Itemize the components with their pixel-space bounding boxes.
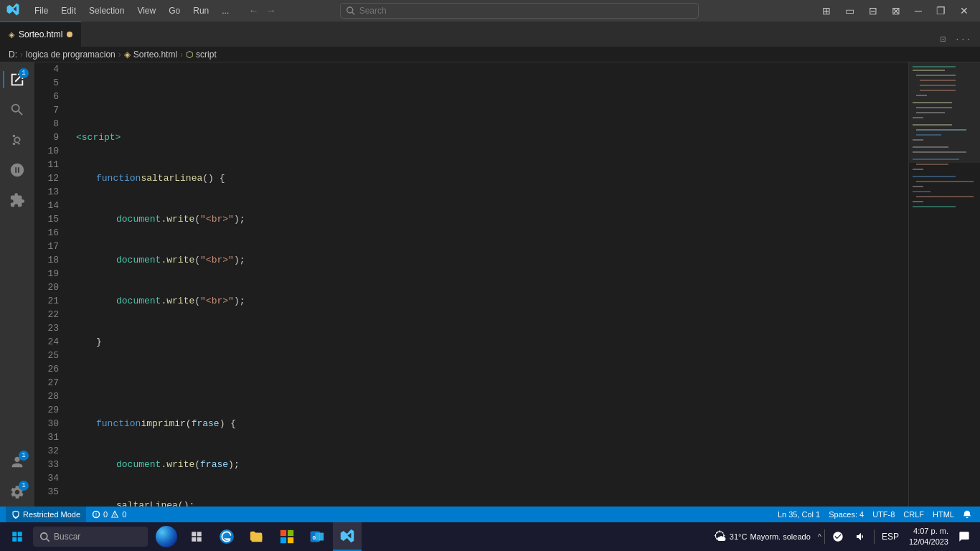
main-area: 1 1 1 4 5 6 7 8 [0, 62, 980, 507]
more-actions-button[interactable]: ··· [952, 33, 974, 47]
cursor-position[interactable]: Ln 35, Col 1 [775, 507, 823, 522]
code-editor[interactable]: 4 5 6 7 8 9 10 11 12 13 14 15 16 17 18 1… [34, 62, 980, 507]
breadcrumb-drive[interactable]: D: [9, 50, 17, 60]
menu-view[interactable]: View [131, 4, 161, 17]
svg-rect-12 [913, 117, 923, 118]
taskbar-search[interactable]: Buscar [33, 527, 148, 547]
svg-rect-33 [281, 537, 286, 543]
encoding-text: UTF-8 [872, 510, 895, 519]
activity-badge: 1 [19, 68, 29, 78]
breadcrumb-file[interactable]: Sorteo.html [133, 50, 177, 60]
menu-selection[interactable]: Selection [83, 4, 130, 17]
line-num-25: 25 [34, 349, 65, 362]
breadcrumb-folder[interactable]: logica de programacion [26, 50, 116, 60]
taskbar-speaker[interactable] [851, 522, 871, 551]
line-ending-text: CRLF [903, 510, 924, 519]
taskbar-vscode-app[interactable] [333, 522, 362, 551]
svg-rect-30 [252, 535, 263, 542]
menu-file[interactable]: File [29, 4, 54, 17]
svg-rect-5 [920, 80, 956, 81]
indentation-setting[interactable]: Spaces: 4 [826, 507, 867, 522]
activity-settings[interactable]: 1 [3, 478, 32, 507]
nav-back-button[interactable]: ← [246, 4, 260, 18]
line-ending-setting[interactable]: CRLF [900, 507, 927, 522]
panel-toggle-button[interactable]: ▭ [839, 4, 860, 18]
svg-rect-15 [916, 134, 941, 136]
taskbar-weather[interactable]: 🌤 31°C Mayorm. soleado [710, 529, 815, 545]
svg-rect-22 [913, 176, 956, 177]
activity-source-control[interactable] [3, 126, 32, 154]
taskbar-globe-app[interactable] [152, 522, 181, 551]
nav-forward-button[interactable]: → [264, 4, 278, 18]
settings-update-badge: 1 [19, 481, 29, 491]
svg-rect-36 [315, 533, 324, 541]
line-num-17: 17 [34, 240, 65, 253]
layout-options-button[interactable]: ⊠ [886, 4, 906, 18]
line-num-18: 18 [34, 253, 65, 267]
tray-expand-button[interactable]: ^ [818, 532, 821, 541]
taskbar-search-icon [40, 532, 50, 542]
layout-toggle-button[interactable]: ⊞ [816, 4, 837, 18]
taskbar-clock[interactable]: 4:07 p. m. 12/04/2023 [906, 526, 951, 548]
clock-date: 12/04/2023 [909, 537, 948, 547]
close-button[interactable]: ✕ [954, 4, 974, 18]
menu-edit[interactable]: Edit [55, 4, 82, 17]
split-editor-button[interactable]: ⊡ [938, 32, 949, 47]
svg-rect-32 [288, 530, 293, 536]
line-num-4: 4 [34, 62, 65, 76]
breadcrumb-script[interactable]: script [196, 50, 217, 60]
svg-point-0 [13, 135, 16, 138]
search-bar[interactable] [340, 3, 699, 19]
bell-icon [963, 510, 971, 519]
breadcrumb-file-icon: ◈ [124, 50, 131, 60]
svg-point-1 [13, 143, 16, 146]
error-count: 0 [103, 510, 108, 519]
taskbar-network[interactable] [828, 522, 848, 551]
sidebar-toggle-button[interactable]: ⊟ [863, 4, 883, 18]
line-num-33: 33 [34, 458, 65, 471]
restricted-mode-button[interactable]: Restricted Mode [6, 507, 86, 522]
search-icon [347, 6, 355, 15]
line-num-27: 27 [34, 376, 65, 390]
code-line-11 [76, 376, 908, 390]
line-num-8: 8 [34, 117, 65, 131]
activity-extensions[interactable] [3, 186, 32, 215]
activity-search[interactable] [3, 95, 32, 124]
code-content[interactable]: <script> function saltarLinea() { docume… [70, 62, 908, 507]
taskbar-notification-center[interactable] [954, 522, 974, 551]
line-num-21: 21 [34, 294, 65, 308]
taskbar-edge-app[interactable] [212, 522, 241, 551]
taskbar-outlook-app[interactable]: O [303, 522, 331, 551]
language-text: HTML [933, 510, 954, 519]
activity-account[interactable]: 1 [3, 448, 32, 476]
start-button[interactable] [3, 522, 32, 551]
notifications-button[interactable] [960, 507, 974, 522]
activity-bar: 1 1 1 [0, 62, 34, 507]
language-setting[interactable]: HTML [930, 507, 957, 522]
clock-time: 4:07 p. m. [909, 526, 948, 537]
taskbar-store-app[interactable] [273, 522, 301, 551]
activity-explorer[interactable]: 1 [3, 65, 32, 94]
titlebar-right: ⊞ ▭ ⊟ ⊠ ─ ❐ ✕ [816, 4, 974, 18]
code-line-7: document.write("<br>"); [76, 212, 908, 226]
search-input[interactable] [359, 6, 692, 16]
notification-center-icon [958, 531, 970, 542]
encoding-setting[interactable]: UTF-8 [870, 507, 897, 522]
errors-warnings-button[interactable]: 0 0 [86, 507, 132, 522]
activity-run-debug[interactable] [3, 156, 32, 184]
globe-icon [156, 526, 177, 547]
restore-button[interactable]: ❐ [930, 4, 951, 18]
taskbar-file-explorer-app[interactable] [242, 522, 271, 551]
minimize-button[interactable]: ─ [909, 4, 928, 18]
active-tab[interactable]: ◈ Sorteo.html [0, 22, 81, 47]
taskbar-task-view[interactable] [182, 522, 211, 551]
line-num-11: 11 [34, 158, 65, 171]
menu-run[interactable]: Run [187, 4, 215, 17]
code-line-13: document.write(frase); [76, 458, 908, 471]
menu-more[interactable]: ... [216, 4, 235, 17]
menu-go[interactable]: Go [163, 4, 186, 17]
taskbar-language[interactable]: ESP [877, 522, 903, 551]
svg-rect-34 [288, 537, 293, 543]
line-num-22: 22 [34, 308, 65, 321]
edge-icon [219, 529, 235, 545]
